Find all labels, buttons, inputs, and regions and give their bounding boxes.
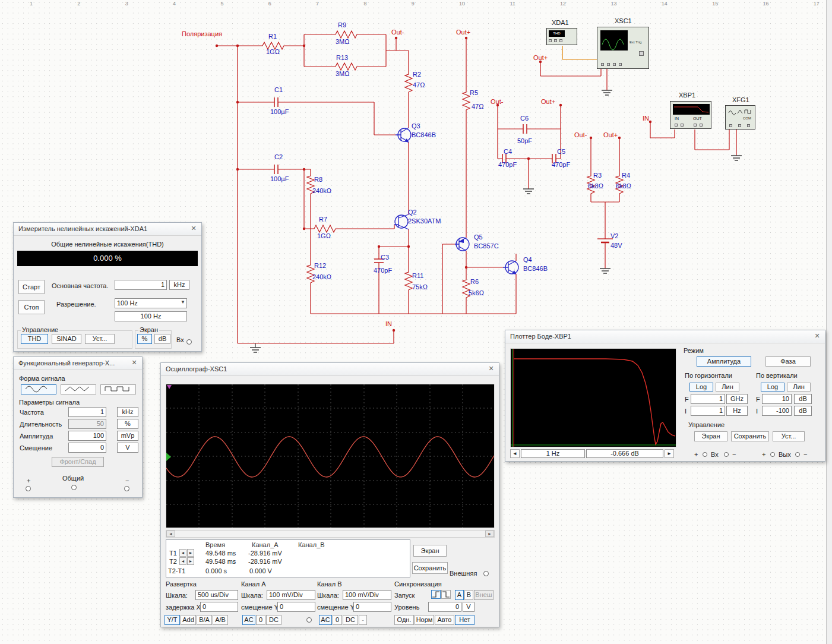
offset-unit[interactable]: V [117, 443, 138, 453]
channel-a-zero-button[interactable]: 0 [256, 615, 265, 625]
net-label-out-minus[interactable]: Out- [491, 98, 503, 105]
component-label[interactable]: C6 [520, 115, 529, 122]
net-label-polarization[interactable]: Поляризация [182, 30, 222, 37]
chevron-down-icon[interactable]: ▼ [181, 299, 185, 305]
component-value[interactable]: 1GΩ [317, 232, 331, 239]
component-label[interactable]: R1 [268, 33, 277, 40]
add-mode-button[interactable]: Add [181, 615, 196, 625]
square-wave-button[interactable] [100, 384, 136, 394]
component-value[interactable]: 240kΩ [312, 273, 331, 280]
freq-unit-box[interactable]: kHz [169, 280, 189, 290]
phase-button[interactable]: Фаза [765, 356, 811, 367]
triangle-wave-button[interactable] [61, 384, 96, 394]
component-value[interactable]: 470pF [374, 267, 392, 274]
xda1-window[interactable]: Измеритель нелинейных искажений-XDA1 ✕ О… [13, 222, 202, 352]
transistor-Q2[interactable] [394, 214, 409, 229]
timebase-scale-input[interactable]: 500 us/Div [195, 590, 238, 600]
xfg1-instrument-icon[interactable]: COM [725, 105, 755, 130]
component-value[interactable]: BC846B [523, 265, 548, 272]
trigger-normal-button[interactable]: Норм [415, 615, 434, 625]
vertical-initial-input[interactable]: -100 [762, 406, 792, 416]
component-value[interactable]: 3MΩ [336, 70, 350, 77]
channel-a-ypos-input[interactable]: 0 [277, 602, 315, 612]
component-label[interactable]: R9 [338, 21, 346, 29]
edge-button[interactable]: Фронт/Спад [52, 457, 104, 467]
ab-mode-button[interactable]: A/B [213, 615, 228, 625]
channel-a-dc-button[interactable]: DC [266, 615, 281, 625]
component-label[interactable]: R4 [622, 172, 630, 179]
channel-b-zero-button[interactable]: 0 [333, 615, 342, 625]
trigger-single-button[interactable]: Одн. [394, 615, 414, 625]
component-label[interactable]: C4 [504, 148, 512, 155]
t1-right-spinner[interactable]: ► [187, 549, 194, 557]
frequency-input[interactable]: 1 [68, 407, 106, 417]
component-label[interactable]: Q2 [408, 209, 417, 216]
component-label[interactable]: R13 [336, 54, 348, 61]
component-label[interactable]: C2 [274, 153, 283, 160]
vertical-log-button[interactable]: Log [761, 383, 784, 392]
trigger-ext-button[interactable]: Внеш [474, 590, 493, 600]
component-label[interactable]: V2 [610, 232, 618, 239]
bode-window[interactable]: Плоттер Боде-XBP1 ✕ Режим Амплитуда Фаза… [505, 330, 825, 462]
component-value[interactable]: 100µF [270, 175, 289, 182]
ba-mode-button[interactable]: B/A [197, 615, 212, 625]
component-value[interactable]: BC857C [474, 242, 499, 250]
component-label[interactable]: R12 [314, 262, 326, 269]
component-label[interactable]: R11 [412, 272, 423, 279]
component-label[interactable]: C5 [557, 148, 565, 155]
component-value[interactable]: 50pF [517, 137, 532, 144]
duty-unit[interactable]: % [117, 419, 138, 429]
wires[interactable] [217, 34, 736, 343]
magnitude-button[interactable]: Амплитуда [697, 356, 751, 367]
fundamental-freq-input[interactable]: 1 [115, 280, 167, 290]
start-button[interactable]: Старт [18, 280, 45, 294]
save-button[interactable]: Сохранить [731, 431, 769, 441]
transistor-Q3[interactable] [396, 128, 411, 143]
component-value[interactable]: 240kΩ [312, 187, 331, 194]
reverse-button[interactable]: Экран [694, 431, 727, 441]
vertical-lin-button[interactable]: Лин [787, 383, 811, 392]
close-icon[interactable]: ✕ [189, 225, 198, 232]
horizontal-initial-unit[interactable]: Hz [726, 406, 748, 416]
trigger-marker[interactable] [167, 385, 172, 389]
horizontal-final-input[interactable]: 1 [691, 394, 725, 404]
component-label[interactable]: R8 [314, 176, 322, 183]
component-label[interactable]: R2 [413, 71, 421, 78]
net-label-out-plus[interactable]: Out+ [603, 131, 618, 138]
xda1-titlebar[interactable]: Измеритель нелинейных искажений-XDA1 ✕ [14, 223, 201, 236]
component-value[interactable]: 75kΩ [412, 283, 428, 291]
bode-titlebar[interactable]: Плоттер Боде-XBP1 ✕ [505, 330, 825, 343]
component-value[interactable]: 100µF [270, 108, 289, 115]
channel-a-scale-input[interactable]: 100 mV/Div [267, 590, 315, 600]
trigger-level-input[interactable]: 0 [428, 602, 461, 612]
net-label-out-plus[interactable]: Out+ [456, 29, 470, 36]
channel-b-dc-button[interactable]: DC [343, 615, 358, 625]
yt-mode-button[interactable]: Y/T [164, 615, 180, 625]
resolution-combo[interactable]: 100 Hz ▼ [115, 298, 187, 308]
duty-input[interactable]: 50 [68, 419, 106, 429]
trigger-auto-button[interactable]: Авто [435, 615, 454, 625]
horizontal-initial-input[interactable]: 1 [691, 406, 725, 416]
channel-b-minus-button[interactable]: - [359, 615, 367, 625]
vertical-final-input[interactable]: 10 [762, 394, 792, 404]
component-label[interactable]: C1 [274, 86, 283, 93]
xbp1-label[interactable]: XBP1 [679, 91, 695, 99]
vertical-final-unit[interactable]: dB [794, 394, 812, 404]
timebase-xpos-input[interactable]: 0 [200, 602, 238, 612]
component-label[interactable]: Q5 [474, 233, 483, 241]
net-label-in[interactable]: IN [385, 320, 392, 327]
component-label[interactable]: R7 [319, 216, 327, 223]
close-icon[interactable]: ✕ [812, 332, 822, 340]
component-value[interactable]: 470pF [552, 161, 570, 168]
transistor-Q4[interactable] [503, 261, 518, 274]
fgen-window[interactable]: Функциональный генератор-X... ✕ Форма си… [13, 356, 143, 498]
fgen-titlebar[interactable]: Функциональный генератор-X... ✕ [14, 357, 142, 370]
component-value[interactable]: 6k8Ω [616, 182, 631, 190]
settings-button[interactable]: Уст... [773, 431, 805, 441]
trigger-a-button[interactable]: A [455, 590, 464, 600]
channel-a-marker[interactable] [166, 453, 171, 461]
t1-left-spinner[interactable]: ◄ [179, 549, 186, 557]
component-label[interactable]: C3 [381, 254, 389, 261]
scroll-right-icon[interactable]: ► [485, 531, 494, 537]
xbp1-instrument-icon[interactable]: IN OUT [670, 101, 711, 129]
